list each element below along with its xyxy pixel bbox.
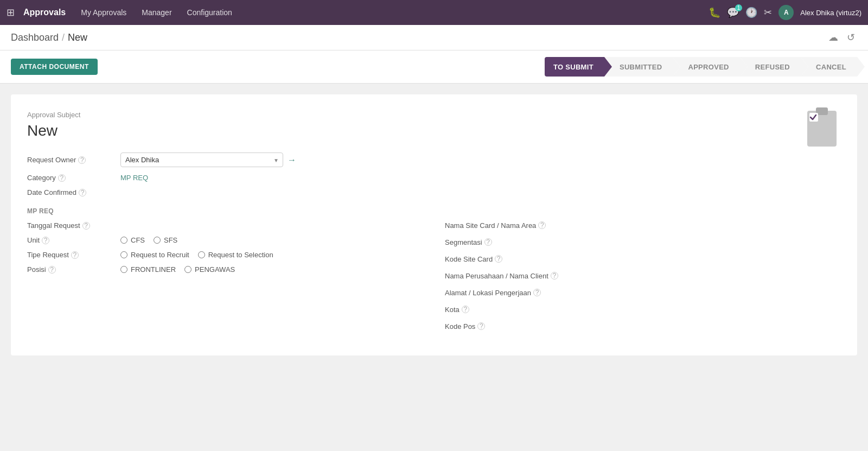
attach-document-button[interactable]: ATTACH DOCUMENT — [11, 59, 98, 75]
breadcrumb-separator: / — [62, 32, 65, 43]
left-column: Tanggal Request ? Unit ? CFS — [27, 221, 423, 339]
form-card: Approval Subject New Request Owner ? Ale… — [11, 94, 857, 355]
tanggal-request-label: Tanggal Request ? — [27, 221, 114, 230]
posisi-frontliner-label[interactable]: FRONTLINER — [120, 265, 176, 274]
undo-button[interactable]: ↺ — [845, 29, 857, 46]
request-owner-select[interactable]: Alex Dhika — [120, 153, 283, 167]
request-owner-help[interactable]: ? — [78, 156, 86, 164]
nama-site-card-label: Nama Site Card / Nama Area ? — [445, 221, 841, 230]
date-confirmed-help[interactable]: ? — [79, 189, 86, 196]
messages-icon[interactable]: 💬 1 — [727, 7, 739, 18]
clock-icon[interactable]: 🕐 — [745, 7, 757, 18]
posisi-radio-group: FRONTLINER PENGAWAS — [120, 265, 235, 274]
tipe-recruit-label[interactable]: Request to Recruit — [120, 251, 189, 259]
clipboard-icon — [803, 105, 841, 149]
unit-sfs-radio[interactable] — [154, 237, 161, 244]
category-help[interactable]: ? — [58, 174, 66, 182]
segmentasi-label: Segmentasi ? — [445, 238, 841, 246]
tipe-recruit-radio[interactable] — [120, 251, 127, 258]
status-cancel[interactable]: CANCEL — [801, 57, 857, 77]
category-label: Category ? — [27, 174, 114, 182]
status-pipeline: TO SUBMIT SUBMITTED APPROVED REFUSED CAN… — [545, 57, 857, 77]
date-confirmed-row: Date Confirmed ? — [27, 188, 841, 196]
tipe-selection-label[interactable]: Request to Selection — [198, 251, 273, 259]
two-col-layout: Tanggal Request ? Unit ? CFS — [27, 221, 841, 339]
request-owner-label: Request Owner ? — [27, 156, 114, 164]
kota-help[interactable]: ? — [462, 306, 469, 313]
breadcrumb: Dashboard / New — [11, 32, 87, 43]
tipe-request-row: Tipe Request ? Request to Recruit Reques… — [27, 251, 423, 259]
unit-label: Unit ? — [27, 236, 114, 244]
status-to-submit[interactable]: TO SUBMIT — [545, 57, 604, 77]
kode-site-help[interactable]: ? — [495, 255, 502, 263]
form-title: New — [27, 122, 841, 139]
status-approved[interactable]: APPROVED — [673, 57, 739, 77]
tipe-request-radio-group: Request to Recruit Request to Selection — [120, 251, 273, 259]
unit-cfs-label[interactable]: CFS — [120, 236, 145, 244]
notification-badge: 1 — [735, 4, 743, 11]
request-owner-row: Request Owner ? Alex Dhika → — [27, 153, 841, 167]
nama-perusahaan-label: Nama Perusahaan / Nama Client ? — [445, 272, 841, 280]
posisi-label: Posisi ? — [27, 265, 114, 274]
menu-manager[interactable]: Manager — [135, 5, 178, 20]
nama-perusahaan-help[interactable]: ? — [551, 272, 558, 280]
tanggal-request-row: Tanggal Request ? — [27, 221, 423, 230]
unit-row: Unit ? CFS SFS — [27, 236, 423, 244]
tipe-selection-radio[interactable] — [198, 251, 205, 258]
unit-radio-group: CFS SFS — [120, 236, 177, 244]
status-refused[interactable]: REFUSED — [740, 57, 801, 77]
approval-subject-label: Approval Subject — [27, 111, 841, 119]
request-owner-arrow[interactable]: → — [288, 155, 296, 165]
kode-pos-help[interactable]: ? — [477, 322, 485, 330]
grid-icon[interactable]: ⊞ — [7, 7, 15, 18]
main-content: Approval Subject New Request Owner ? Ale… — [0, 84, 868, 366]
posisi-frontliner-radio[interactable] — [120, 266, 127, 273]
tanggal-request-help[interactable]: ? — [82, 222, 90, 230]
request-owner-select-wrapper: Alex Dhika — [120, 153, 283, 167]
avatar[interactable]: A — [778, 5, 794, 20]
cloud-save-button[interactable]: ☁ — [826, 29, 840, 46]
breadcrumb-actions: ☁ ↺ — [826, 29, 857, 46]
posisi-row: Posisi ? FRONTLINER PENGAWAS — [27, 265, 423, 274]
category-row: Category ? MP REQ — [27, 174, 841, 182]
app-name: Approvals — [23, 8, 66, 17]
nama-site-help[interactable]: ? — [538, 221, 546, 229]
status-bar: ATTACH DOCUMENT TO SUBMIT SUBMITTED APPR… — [0, 50, 868, 84]
tipe-request-label: Tipe Request ? — [27, 251, 114, 259]
request-owner-input-wrap: Alex Dhika → — [120, 153, 841, 167]
alamat-help[interactable]: ? — [533, 289, 541, 296]
posisi-pengawas-label[interactable]: PENGAWAS — [184, 265, 235, 274]
status-submitted[interactable]: SUBMITTED — [604, 57, 673, 77]
bug-icon[interactable]: 🐛 — [709, 7, 720, 18]
breadcrumb-parent[interactable]: Dashboard — [11, 32, 59, 43]
menu-configuration[interactable]: Configuration — [181, 5, 239, 20]
unit-cfs-radio[interactable] — [120, 237, 127, 244]
kota-label: Kota ? — [445, 306, 841, 314]
tipe-request-help[interactable]: ? — [71, 251, 79, 259]
top-navigation: ⊞ Approvals My Approvals Manager Configu… — [0, 0, 868, 25]
category-value-wrap: MP REQ — [120, 174, 841, 182]
section-mp-req: MP REQ — [27, 207, 841, 215]
date-confirmed-label: Date Confirmed ? — [27, 188, 114, 196]
breadcrumb-bar: Dashboard / New ☁ ↺ — [0, 25, 868, 50]
unit-sfs-label[interactable]: SFS — [154, 236, 177, 244]
menu-my-approvals[interactable]: My Approvals — [74, 5, 133, 20]
alamat-lokasi-label: Alamat / Lokasi Pengerjaan ? — [445, 289, 841, 297]
breadcrumb-current: New — [68, 32, 87, 43]
category-value[interactable]: MP REQ — [120, 174, 148, 182]
posisi-pengawas-radio[interactable] — [184, 266, 192, 273]
unit-help[interactable]: ? — [42, 237, 49, 244]
kode-site-card-label: Kode Site Card ? — [445, 255, 841, 263]
topnav-right-area: 🐛 💬 1 🕐 ✂ A Alex Dhika (virtuz2) — [709, 5, 861, 20]
kode-pos-label: Kode Pos ? — [445, 322, 841, 331]
settings-icon[interactable]: ✂ — [764, 7, 772, 18]
username: Alex Dhika (virtuz2) — [800, 9, 861, 17]
segmentasi-help[interactable]: ? — [484, 238, 492, 246]
right-column: Nama Site Card / Nama Area ? Segmentasi … — [445, 221, 841, 339]
posisi-help[interactable]: ? — [48, 266, 56, 274]
top-menu: My Approvals Manager Configuration — [74, 5, 700, 20]
